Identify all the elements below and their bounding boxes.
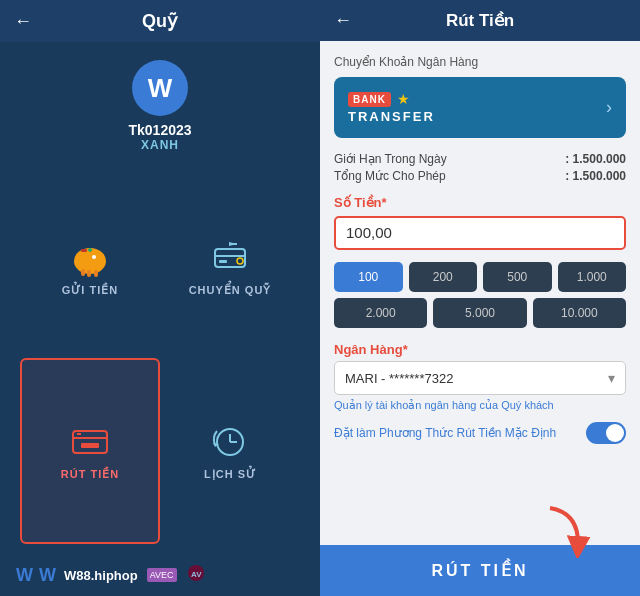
left-header-title: Quỹ (142, 11, 178, 31)
svg-rect-2 (81, 249, 87, 252)
bank-transfer-label: TRANSFER (348, 109, 435, 124)
amount-input[interactable] (346, 224, 614, 241)
svg-text:AV: AV (191, 570, 202, 579)
svg-point-12 (237, 258, 243, 264)
menu-label-chuyen-quy: CHUYỂN QUỸ (189, 284, 272, 297)
quick-btn-1000[interactable]: 1.000 (558, 262, 627, 292)
bank-card[interactable]: BANK ★ TRANSFER › (334, 77, 626, 138)
bank-star-icon: ★ (397, 91, 410, 107)
limit-daily-label: Giới Hạn Trong Ngày (334, 152, 447, 166)
profile-section: W Tk012023 XANH (0, 42, 320, 166)
left-panel: ← Quỹ W Tk012023 XANH (0, 0, 320, 596)
limit-row-total: Tổng Mức Cho Phép : 1.500.000 (334, 169, 626, 183)
bank-brand-label: BANK (348, 92, 391, 107)
quick-btn-500[interactable]: 500 (483, 262, 552, 292)
default-label: Đặt làm Phương Thức Rút Tiền Mặc Định (334, 426, 556, 440)
submit-button[interactable]: RÚT TIỀN (320, 545, 640, 596)
limit-total-value: : 1.500.000 (565, 169, 626, 183)
quick-btn-5000[interactable]: 5.000 (433, 298, 526, 328)
left-back-arrow[interactable]: ← (14, 11, 32, 32)
submit-area: RÚT TIỀN (320, 545, 640, 596)
default-row: Đặt làm Phương Thức Rút Tiền Mặc Định (334, 422, 626, 444)
right-back-arrow[interactable]: ← (334, 10, 352, 31)
menu-grid: GỬI TIỀN CHUYỂN QUỸ (0, 166, 320, 554)
quick-btn-10000[interactable]: 10.000 (533, 298, 626, 328)
right-header-title: Rút Tiền (336, 10, 624, 31)
menu-label-lich-su: LỊCH SỬ (204, 468, 256, 481)
bank-dropdown-value: MARI - *******7322 (345, 371, 453, 386)
bank-dropdown-chevron: ▾ (608, 370, 615, 386)
default-toggle[interactable] (586, 422, 626, 444)
w88-logo-w: W (16, 565, 33, 586)
right-header: ← Rút Tiền (320, 0, 640, 41)
right-content: Chuyển Khoản Ngân Hàng BANK ★ TRANSFER ›… (320, 41, 640, 545)
bank-card-chevron: › (606, 97, 612, 118)
svg-rect-4 (81, 269, 85, 276)
menu-label-rut-tien: RÚT TIỀN (61, 468, 119, 481)
limit-total-label: Tổng Mức Cho Phép (334, 169, 446, 183)
quick-btn-2000[interactable]: 2.000 (334, 298, 427, 328)
avec-badge: AVEC (147, 568, 177, 582)
amount-input-wrapper[interactable] (334, 216, 626, 250)
piggy-icon (64, 238, 116, 278)
right-panel: ← Rút Tiền Chuyển Khoản Ngân Hàng BANK ★… (320, 0, 640, 596)
transfer-icon (204, 238, 256, 278)
svg-rect-6 (94, 270, 98, 277)
limit-row-daily: Giới Hạn Trong Ngày : 1.500.000 (334, 152, 626, 166)
menu-label-gui-tien: GỬI TIỀN (62, 284, 118, 297)
bank-logo-block: BANK ★ TRANSFER (348, 91, 435, 124)
menu-item-rut-tien[interactable]: RÚT TIỀN (20, 358, 160, 544)
w88-logo-w2: W (39, 565, 56, 586)
profile-badge: XANH (141, 138, 179, 152)
bank-hint: Quản lý tài khoản ngân hàng của Quý khác… (334, 399, 626, 412)
svg-rect-16 (81, 443, 99, 448)
bank-dropdown[interactable]: MARI - *******7322 ▾ (334, 361, 626, 395)
bank-logo-top: BANK ★ (348, 91, 410, 107)
avatar: W (132, 60, 188, 116)
history-icon (204, 422, 256, 462)
avatar-letter: W (148, 73, 173, 104)
svg-point-3 (92, 255, 96, 259)
quick-btn-100[interactable]: 100 (334, 262, 403, 292)
withdraw-icon (64, 422, 116, 462)
svg-point-1 (78, 251, 88, 259)
svg-rect-5 (87, 270, 91, 277)
amount-label: Số Tiền* (334, 195, 626, 210)
quick-btn-200[interactable]: 200 (409, 262, 478, 292)
limit-section: Giới Hạn Trong Ngày : 1.500.000 Tổng Mức… (334, 152, 626, 183)
bank-section-label: Chuyển Khoản Ngân Hàng (334, 55, 626, 69)
menu-item-lich-su[interactable]: LỊCH SỬ (160, 358, 300, 544)
aston-villa-icon: AV (187, 564, 205, 586)
menu-item-gui-tien[interactable]: GỬI TIỀN (20, 176, 160, 358)
profile-id: Tk012023 (128, 122, 191, 138)
limit-daily-value: : 1.500.000 (565, 152, 626, 166)
bank-select-label: Ngân Hàng* (334, 342, 626, 357)
toggle-knob (606, 424, 624, 442)
w88-site: W88.hiphop (64, 568, 138, 583)
left-footer: W W W88.hiphop AVEC AV (0, 554, 320, 596)
quick-amounts-row1: 100 200 500 1.000 (334, 262, 626, 292)
svg-rect-11 (219, 260, 227, 263)
menu-item-chuyen-quy[interactable]: CHUYỂN QUỸ (160, 176, 300, 358)
quick-amounts-row2: 2.000 5.000 10.000 (334, 298, 626, 328)
left-header: ← Quỹ (0, 0, 320, 42)
